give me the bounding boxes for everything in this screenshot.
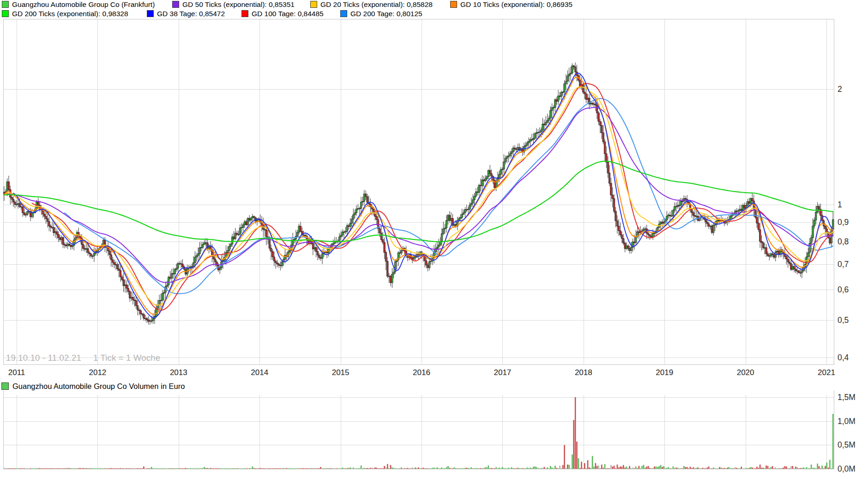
volume-tick-label: 0,5M bbox=[838, 440, 856, 449]
volume-bars-layer bbox=[2, 397, 833, 469]
tick-interval-label: 1 Tick = 1 Woche bbox=[93, 353, 160, 363]
volume-tick-label: 1,0M bbox=[838, 417, 856, 426]
volume-legend-swatch bbox=[1, 382, 9, 390]
year-label: 2014 bbox=[251, 368, 268, 377]
year-label: 2021 bbox=[818, 368, 835, 377]
year-label: 2012 bbox=[89, 368, 106, 377]
price-tick-label: 0,9 bbox=[838, 218, 849, 227]
price-axis-labels: 210,90,80,70,60,50,4 bbox=[838, 85, 849, 362]
year-label: 2019 bbox=[656, 368, 673, 377]
ma-line-gd-20-ticks bbox=[3, 87, 833, 305]
price-tick-label: 0,6 bbox=[838, 285, 849, 294]
year-label: 2016 bbox=[413, 368, 430, 377]
year-label: 2017 bbox=[494, 368, 511, 377]
volume-axis-labels: 1,5M1,0M0,5M0,0M bbox=[838, 393, 856, 473]
year-label: 2018 bbox=[575, 368, 592, 377]
chart-watermark: 19.10.10 - 11.02.211 Tick = 1 Woche bbox=[6, 353, 172, 363]
price-volume-chart: 210,90,80,70,60,50,41,5M1,0M0,5M0,0M2011… bbox=[0, 0, 868, 479]
ma-line-gd-200-ticks bbox=[3, 161, 833, 242]
plot-borders bbox=[3, 19, 834, 469]
year-label: 2015 bbox=[332, 368, 350, 377]
year-label: 2020 bbox=[737, 368, 754, 377]
date-range-label: 19.10.10 - 11.02.21 bbox=[6, 353, 81, 363]
gridlines bbox=[3, 19, 834, 469]
stock-chart-app: Guangzhou Automobile Group Co (Frankfurt… bbox=[0, 0, 868, 479]
candlestick-layer bbox=[2, 62, 834, 325]
year-axis-labels: 2011201220132014201520162017201820192020… bbox=[8, 368, 835, 377]
price-tick-label: 2 bbox=[838, 85, 842, 94]
volume-tick-label: 0,0M bbox=[838, 464, 856, 473]
price-tick-label: 0,4 bbox=[838, 353, 849, 362]
year-label: 2013 bbox=[170, 368, 187, 377]
price-tick-label: 0,5 bbox=[838, 315, 849, 325]
price-tick-label: 1 bbox=[838, 200, 842, 209]
price-tick-label: 0,7 bbox=[838, 260, 849, 269]
volume-legend-label: Guangzhou Automobile Group Co Volumen in… bbox=[12, 382, 185, 391]
price-tick-label: 0,8 bbox=[838, 237, 849, 246]
volume-legend: Guangzhou Automobile Group Co Volumen in… bbox=[1, 382, 185, 391]
year-label: 2011 bbox=[8, 368, 25, 377]
volume-tick-label: 1,5M bbox=[838, 393, 856, 402]
